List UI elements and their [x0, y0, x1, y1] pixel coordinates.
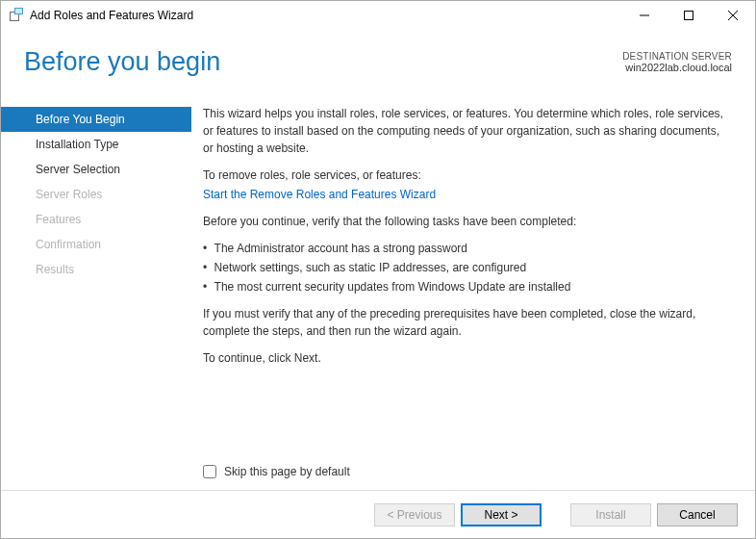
continue-note: To continue, click Next. — [203, 349, 732, 367]
skip-option: Skip this page by default — [203, 465, 350, 478]
nav-before-you-begin[interactable]: Before You Begin — [1, 107, 191, 132]
maximize-button[interactable] — [667, 1, 711, 30]
svg-rect-3 — [15, 9, 22, 13]
nav-confirmation: Confirmation — [1, 232, 191, 257]
window-controls — [622, 1, 755, 30]
destination-label: DESTINATION SERVER — [622, 51, 732, 62]
verify-intro: Before you continue, verify that the fol… — [203, 213, 732, 230]
window-title: Add Roles and Features Wizard — [30, 9, 193, 22]
titlebar: Add Roles and Features Wizard — [1, 1, 755, 30]
next-button[interactable]: Next > — [461, 503, 542, 526]
list-item: The most current security updates from W… — [203, 278, 732, 295]
nav-server-selection[interactable]: Server Selection — [1, 157, 191, 182]
wizard-body: Before You Begin Installation Type Serve… — [1, 90, 755, 490]
previous-button: < Previous — [374, 503, 455, 526]
content-area: Before you begin DESTINATION SERVER win2… — [1, 30, 755, 538]
list-item: Network settings, such as static IP addr… — [203, 259, 732, 276]
wizard-window: Add Roles and Features Wizard Before you… — [0, 0, 756, 539]
close-note: If you must verify that any of the prece… — [203, 305, 732, 340]
install-button: Install — [570, 503, 651, 526]
nav-installation-type[interactable]: Installation Type — [1, 132, 191, 157]
prerequisites-list: The Administrator account has a strong p… — [203, 240, 732, 295]
header: Before you begin DESTINATION SERVER win2… — [1, 30, 755, 90]
skip-checkbox[interactable] — [203, 465, 216, 478]
nav-steps: Before You Begin Installation Type Serve… — [1, 103, 191, 490]
skip-label[interactable]: Skip this page by default — [224, 465, 350, 478]
main-panel: This wizard helps you install roles, rol… — [191, 103, 755, 490]
cancel-button[interactable]: Cancel — [657, 503, 738, 526]
footer: < Previous Next > Install Cancel — [1, 490, 755, 538]
remove-roles-link[interactable]: Start the Remove Roles and Features Wiza… — [203, 188, 436, 201]
app-icon — [9, 8, 24, 23]
list-item: The Administrator account has a strong p… — [203, 240, 732, 257]
close-button[interactable] — [711, 1, 755, 30]
minimize-button[interactable] — [622, 1, 667, 30]
nav-server-roles: Server Roles — [1, 182, 191, 207]
remove-line: To remove roles, role services, or featu… — [203, 167, 732, 184]
svg-rect-5 — [685, 12, 693, 20]
destination-name: win2022lab.cloud.local — [622, 62, 732, 73]
intro-text: This wizard helps you install roles, rol… — [203, 105, 732, 157]
destination-block: DESTINATION SERVER win2022lab.cloud.loca… — [622, 47, 732, 73]
page-title: Before you begin — [24, 47, 220, 77]
nav-features: Features — [1, 207, 191, 232]
nav-results: Results — [1, 257, 191, 282]
